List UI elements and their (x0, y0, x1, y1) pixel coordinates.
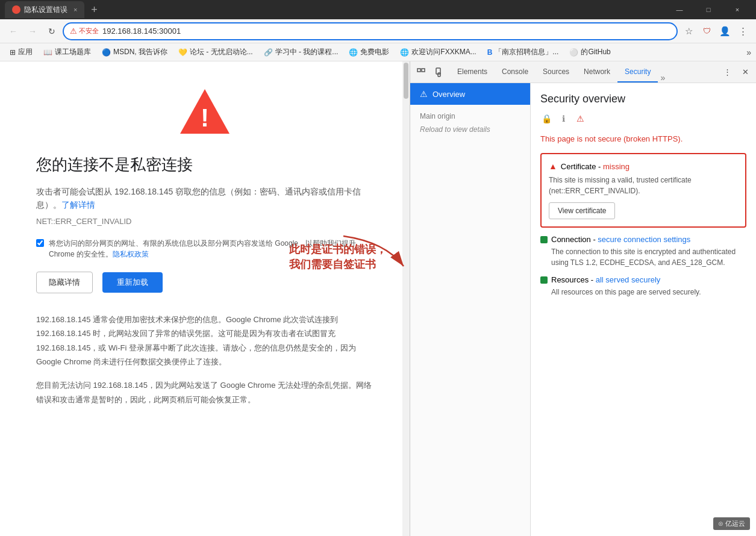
res-desc: All resources on this page are served se… (551, 287, 746, 298)
status-icons: 🔒 ℹ ⚠ (540, 113, 746, 125)
tab-security[interactable]: Security (617, 61, 658, 83)
github-icon: ⚪ (569, 48, 578, 57)
bookmark-nj-label: 「南京招聘信息」... (495, 47, 558, 57)
error-code: NET::ERR_CERT_INVALID (36, 217, 373, 226)
error-desc: 攻击者可能会试图从 192.168.18.145 窃取您的信息（例如：密码、通讯… (36, 185, 373, 212)
overview-label: Overview (433, 90, 465, 99)
forward-btn[interactable]: → (24, 23, 41, 40)
bookmark-github[interactable]: ⚪ 的GitHub (564, 46, 615, 58)
insecure-badge: ⚠ 不安全 (70, 26, 99, 36)
reload-btn[interactable]: 重新加载 (102, 272, 163, 293)
res-green-sq (540, 276, 548, 284)
tab-console[interactable]: Console (495, 61, 536, 83)
bookmark-github-label: 的GitHub (581, 47, 610, 57)
res-header: Resources - all served securely (540, 275, 746, 284)
bookmark-kgc-label: 课工场题库 (55, 47, 91, 57)
bookmark-forum-label: 论坛 - 无忧启动论... (190, 47, 253, 57)
error-title: 您的连接不是私密连接 (36, 154, 373, 175)
tab-network[interactable]: Network (576, 61, 617, 83)
devtools-tabs: Elements Console Sources Network Securit… (450, 61, 665, 83)
cert-warn-icon: ▲ (549, 161, 557, 171)
learn-more-link[interactable]: 了解详情 (61, 200, 95, 210)
tab-title: 隐私设置错误 (24, 5, 67, 15)
bookmark-learn[interactable]: 🔗 学习中 - 我的课程... (259, 46, 343, 58)
back-btn[interactable]: ← (5, 23, 22, 40)
resources-box: Resources - all served securely All reso… (540, 275, 746, 298)
bookmark-msdn-label: MSDN, 我告诉你 (113, 47, 167, 57)
res-link[interactable]: all served securely (596, 275, 661, 284)
conn-settings-link[interactable]: secure connection settings (598, 235, 690, 244)
certificate-box: ▲ Certificate - missing This site is mis… (540, 153, 746, 228)
main-area: ! 您的连接不是私密连接 攻击者可能会试图从 192.168.18.145 窃取… (0, 61, 756, 536)
maximize-btn[interactable]: □ (695, 0, 722, 19)
page-scrollbar[interactable] (402, 61, 410, 536)
svg-rect-3 (417, 69, 420, 72)
checkbox-label: 将您访问的部分网页的网址、有限的系统信息以及部分网页内容发送给 Google，以… (49, 238, 373, 260)
bookmark-fxx[interactable]: 🌐 欢迎访问FXXKMA... (395, 46, 481, 58)
connection-box: Connection - secure connection settings … (540, 235, 746, 268)
browser-tab[interactable]: 隐私设置错误 × (5, 1, 84, 18)
bookmarks-more[interactable]: » (746, 48, 751, 57)
watermark: ⊙ 亿运云 (713, 517, 750, 530)
privacy-policy-link[interactable]: 隐私权政策 (113, 250, 149, 258)
devtools-content: ⚠ Overview Main origin Reload to view de… (410, 83, 756, 536)
svg-rect-4 (422, 69, 425, 72)
titlebar: 隐私设置错误 × + — □ × (0, 0, 756, 19)
devtools-device-btn[interactable] (431, 64, 448, 81)
star-btn[interactable]: ☆ (680, 23, 697, 40)
new-tab-btn[interactable]: + (87, 2, 101, 17)
error-page: ! 您的连接不是私密连接 攻击者可能会试图从 192.168.18.145 窃取… (0, 61, 410, 536)
bookmark-movie-label: 免费电影 (360, 47, 389, 57)
devtools-options-btn[interactable]: ⋮ (719, 64, 736, 81)
overview-warn-icon: ⚠ (420, 89, 428, 99)
error-detail-1: 192.168.18.145 通常会使用加密技术来保护您的信息。Google C… (36, 313, 373, 369)
cursor-icon (416, 67, 426, 77)
cert-header: ▲ Certificate - missing (549, 161, 738, 171)
movie-icon: 🌐 (349, 48, 358, 57)
tab-elements[interactable]: Elements (450, 61, 495, 83)
bookmark-learn-label: 学习中 - 我的课程... (275, 47, 339, 57)
devtools-more-btn[interactable]: » (660, 73, 665, 83)
reload-link[interactable]: Reload to view details (410, 123, 530, 136)
menu-btn[interactable]: ⋮ (734, 23, 751, 40)
close-btn[interactable]: × (723, 0, 751, 19)
bookmark-fxx-label: 欢迎访问FXXKMA... (411, 47, 476, 57)
bookmark-movie[interactable]: 🌐 免费电影 (344, 46, 394, 58)
nav-right-icons: ☆ 🛡 👤 ⋮ (680, 23, 751, 40)
bookmark-kgc[interactable]: 📖 课工场题库 (39, 46, 96, 58)
error-detail-2: 您目前无法访问 192.168.18.145，因为此网站发送了 Google C… (36, 378, 373, 407)
conn-title: Connection - secure connection settings (551, 235, 690, 244)
conn-desc: The connection to this site is encrypted… (551, 246, 746, 268)
bookmark-apps[interactable]: ⊞ 应用 (5, 46, 37, 58)
overview-btn[interactable]: ⚠ Overview (410, 83, 530, 105)
bookmark-msdn[interactable]: 🔵 MSDN, 我告诉你 (97, 46, 172, 58)
account-btn[interactable]: 👤 (716, 23, 733, 40)
devtools-icons (413, 64, 448, 81)
checkbox-row: 将您访问的部分网页的网址、有限的系统信息以及部分网页内容发送给 Google，以… (36, 238, 373, 260)
refresh-btn[interactable]: ↻ (43, 23, 60, 40)
devtools-toolbar: Elements Console Sources Network Securit… (410, 61, 756, 83)
address-text: 192.168.18.145:30001 (102, 26, 670, 36)
cert-desc: This site is missing a valid, trusted ce… (549, 175, 738, 196)
hide-details-btn[interactable]: 隐藏详情 (36, 272, 93, 293)
tab-close-btn[interactable]: × (73, 6, 77, 13)
address-bar[interactable]: ⚠ 不安全 192.168.18.145:30001 (63, 22, 678, 40)
warn-icon: ⚠ (70, 26, 77, 36)
bookmark-nj[interactable]: B 「南京招聘信息」... (483, 46, 564, 58)
devtools-inspect-btn[interactable] (413, 64, 430, 81)
learn-icon: 🔗 (264, 48, 273, 57)
view-certificate-btn[interactable]: View certificate (549, 202, 615, 219)
svg-text:!: ! (201, 104, 209, 132)
devtools-sidebar: ⚠ Overview Main origin Reload to view de… (410, 83, 531, 536)
cert-title: Certificate - missing (561, 162, 629, 171)
shield-btn[interactable]: 🛡 (698, 23, 715, 40)
insecure-label: 不安全 (79, 26, 99, 36)
error-triangle-icon: ! (178, 86, 232, 140)
tab-favicon (12, 5, 20, 14)
tab-sources[interactable]: Sources (536, 61, 576, 83)
send-data-checkbox[interactable] (36, 239, 44, 247)
minimize-btn[interactable]: — (666, 0, 693, 19)
devtools-close-btn[interactable]: ✕ (737, 64, 754, 81)
bookmark-forum[interactable]: 💛 论坛 - 无忧启动论... (173, 46, 258, 58)
bookmark-apps-label: 应用 (18, 47, 33, 57)
